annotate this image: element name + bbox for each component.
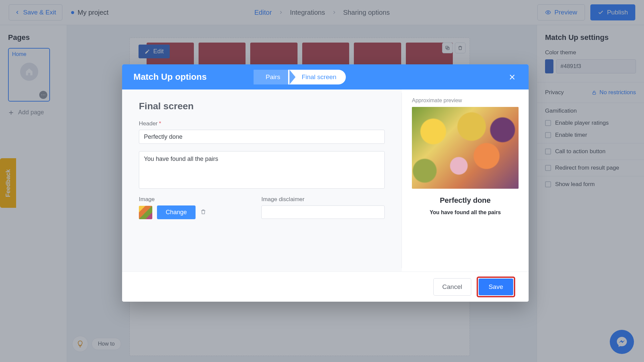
save-button[interactable]: Save	[479, 279, 513, 295]
modal-preview: Approximate preview Perfectly done You h…	[402, 89, 529, 272]
preview-label: Approximate preview	[412, 98, 519, 104]
change-image-button[interactable]: Change	[157, 205, 196, 219]
modal-form: Final screen Header* You have found all …	[122, 89, 401, 272]
matchup-options-modal: Match Up options Pairs Final screen Fina…	[122, 64, 529, 302]
preview-image	[412, 107, 519, 189]
modal-header: Match Up options Pairs Final screen	[122, 64, 529, 89]
header-input[interactable]	[139, 130, 385, 144]
cancel-button[interactable]: Cancel	[433, 278, 471, 296]
header-label: Header*	[139, 120, 385, 127]
tab-pairs[interactable]: Pairs	[254, 70, 289, 84]
preview-subtitle: You have found all the pairs	[412, 209, 519, 216]
modal-footer: Cancel Save	[122, 272, 529, 302]
modal-title: Match Up options	[133, 72, 207, 82]
tab-final-screen[interactable]: Final screen	[288, 70, 346, 84]
image-label: Image	[139, 196, 252, 203]
description-input[interactable]: You have found all the pairs	[139, 151, 385, 189]
modal-close-button[interactable]	[507, 72, 517, 82]
disclaimer-input[interactable]	[261, 205, 385, 219]
remove-image-button[interactable]	[200, 209, 206, 216]
trash-icon	[200, 209, 206, 215]
image-control: Change	[139, 205, 252, 219]
preview-title: Perfectly done	[412, 196, 519, 205]
save-button-highlight: Save	[477, 277, 515, 297]
close-icon	[508, 73, 516, 81]
disclaimer-label: Image disclaimer	[261, 196, 385, 203]
modal-body: Final screen Header* You have found all …	[122, 89, 529, 272]
image-thumbnail[interactable]	[139, 206, 152, 219]
section-heading: Final screen	[139, 101, 385, 112]
modal-tabs: Pairs Final screen	[254, 70, 346, 84]
